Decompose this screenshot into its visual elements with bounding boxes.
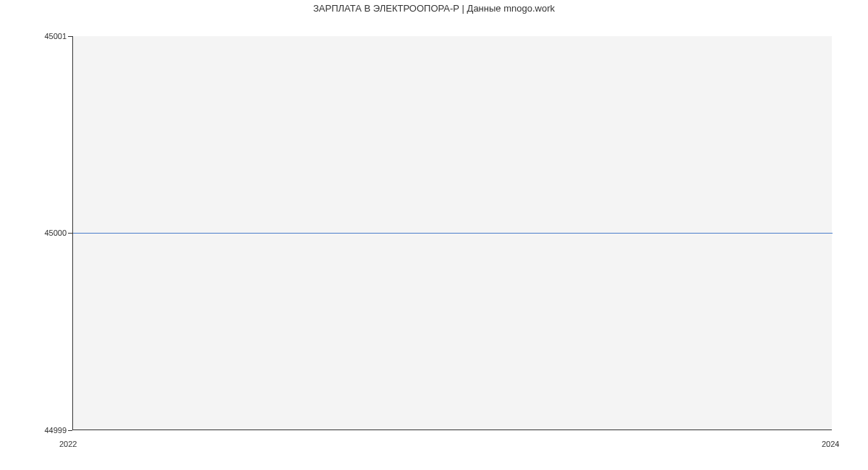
chart-title: ЗАРПЛАТА В ЭЛЕКТРООПОРА-Р | Данные mnogo… — [0, 3, 868, 14]
ytick-label: 44999 — [38, 426, 67, 435]
ytick-label: 45001 — [38, 32, 67, 40]
ytick-mark — [68, 430, 72, 431]
data-line — [73, 233, 833, 234]
ytick-mark — [68, 233, 72, 234]
ytick-mark — [68, 36, 72, 37]
xtick-label: 2022 — [59, 440, 77, 448]
plot-area — [72, 36, 832, 430]
chart-container: ЗАРПЛАТА В ЭЛЕКТРООПОРА-Р | Данные mnogo… — [0, 0, 868, 470]
ytick-label: 45000 — [38, 228, 67, 237]
xtick-label: 2024 — [822, 440, 839, 448]
